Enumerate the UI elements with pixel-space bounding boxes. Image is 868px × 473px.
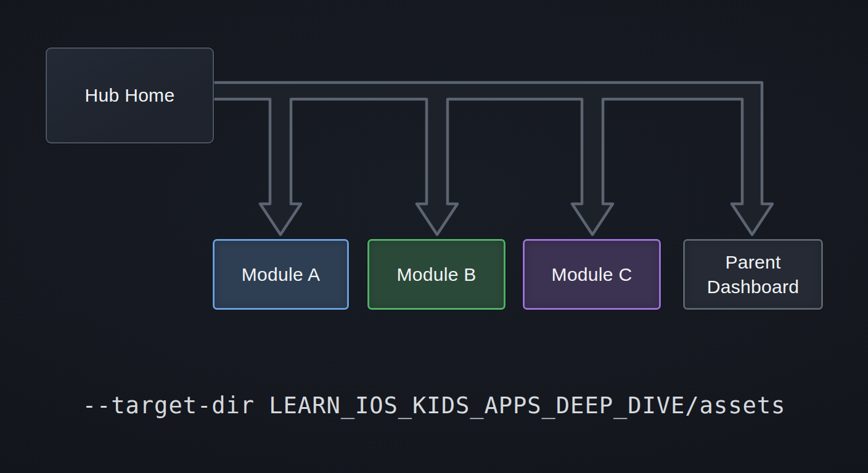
module-a-node[interactable]: Module A: [213, 239, 349, 310]
module-b-label: Module B: [396, 262, 476, 287]
diagram-canvas: Hub Home Module A Module B Module C Pare…: [0, 0, 868, 473]
target-dir-command-text: --target-dir LEARN_IOS_KIDS_APPS_DEEP_DI…: [0, 392, 868, 419]
parent-dashboard-node[interactable]: Parent Dashboard: [683, 239, 823, 310]
hub-home-label: Hub Home: [85, 83, 175, 108]
parent-dashboard-label: Parent Dashboard: [685, 250, 821, 299]
hub-home-node[interactable]: Hub Home: [46, 47, 214, 144]
module-c-node[interactable]: Module C: [523, 239, 661, 310]
module-c-label: Module C: [552, 262, 633, 287]
branching-arrow-shape: [210, 83, 772, 235]
module-b-node[interactable]: Module B: [367, 239, 506, 310]
module-a-label: Module A: [242, 262, 320, 287]
